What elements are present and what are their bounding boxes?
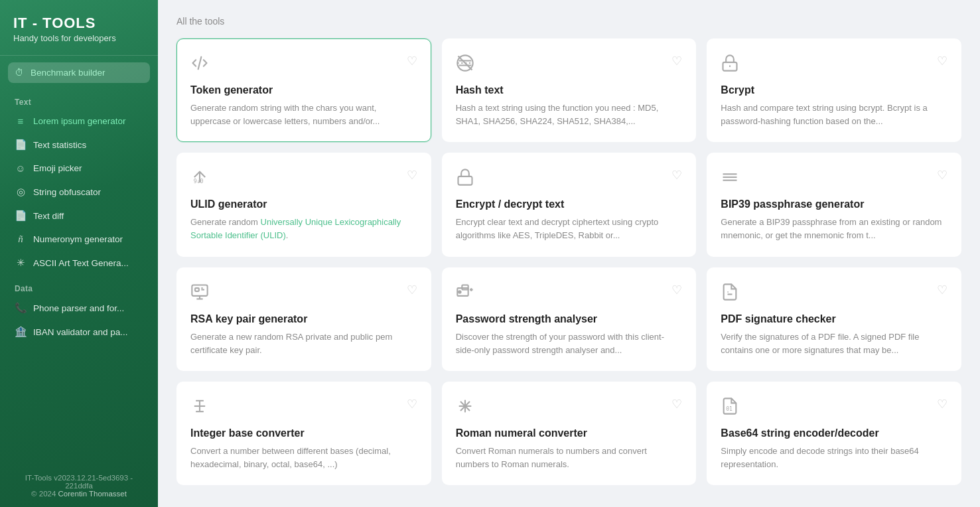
roman-name: Roman numeral converter — [456, 427, 683, 439]
sidebar-item-ascii-art[interactable]: ✳ ASCII Art Text Genera... — [0, 251, 158, 275]
phone-icon: 📞 — [15, 302, 27, 314]
integer-base-name: Integer base converter — [190, 427, 417, 439]
ulid-name: ULID generator — [190, 198, 417, 210]
favorite-token-generator[interactable]: ♡ — [407, 54, 417, 68]
card-top: ♡ — [456, 54, 683, 75]
benchmark-icon: ⏱ — [15, 68, 24, 78]
sidebar-item-text-diff[interactable]: 📄 Text diff — [0, 204, 158, 228]
bcrypt-name: Bcrypt — [721, 84, 947, 96]
roman-icon — [456, 397, 474, 418]
benchmark-label: Benchmark builder — [31, 68, 105, 78]
app-subtitle: Handy tools for developers — [13, 33, 145, 43]
favorite-ulid[interactable]: ♡ — [407, 168, 417, 182]
sidebar-item-text-statistics[interactable]: 📄 Text statistics — [0, 133, 158, 157]
favorite-pdf[interactable]: ♡ — [937, 283, 947, 297]
hash-text-name: Hash text — [456, 84, 683, 96]
section-text-label: Text — [0, 88, 158, 109]
text-stats-label: Text statistics — [33, 140, 86, 150]
tool-card-integer-base[interactable]: ♡ Integer base converter Convert a numbe… — [176, 382, 431, 485]
pdf-desc: Verify the signatures of a PDF file. A s… — [721, 330, 947, 357]
favorite-bcrypt[interactable]: ♡ — [937, 54, 947, 68]
favorite-bip39[interactable]: ♡ — [937, 168, 947, 182]
sidebar-item-lorem-ipsum[interactable]: ≡ Lorem ipsum generator — [0, 109, 158, 133]
sidebar-item-phone-parser[interactable]: 📞 Phone parser and for... — [0, 296, 158, 320]
sidebar-item-iban[interactable]: 🏦 IBAN validator and pa... — [0, 320, 158, 344]
tool-card-bip39[interactable]: ♡ BIP39 passphrase generator Generate a … — [707, 153, 961, 256]
card-top: ♡ — [456, 168, 683, 189]
bcrypt-desc: Hash and compare text string using bcryp… — [721, 102, 947, 128]
sidebar-item-emoji-picker[interactable]: ☺ Emoji picker — [0, 157, 158, 180]
ascii-label: ASCII Art Text Genera... — [33, 258, 129, 268]
card-top: ♡ — [456, 397, 683, 418]
tools-grid: ♡ Token generator Generate random string… — [176, 38, 961, 485]
emoji-icon: ☺ — [15, 163, 27, 174]
favorite-integer-base[interactable]: ♡ — [407, 397, 417, 411]
card-top: ♡ — [721, 54, 947, 75]
sidebar-item-string-obfuscator[interactable]: ◎ String obfuscator — [0, 180, 158, 204]
card-top: 01 ♡ — [721, 397, 947, 418]
token-generator-desc: Generate random string with the chars yo… — [190, 102, 417, 128]
tool-card-pdf[interactable]: ♡ PDF signature checker Verify the signa… — [707, 267, 961, 371]
tool-card-encrypt[interactable]: ♡ Encrypt / decrypt text Encrypt clear t… — [442, 153, 697, 256]
token-generator-name: Token generator — [190, 84, 417, 96]
tool-card-rsa[interactable]: ♡ RSA key pair generator Generate a new … — [176, 267, 431, 371]
ulid-desc: Generate random Universally Unique Lexic… — [190, 216, 417, 242]
roman-desc: Convert Roman numerals to numbers and co… — [456, 445, 683, 471]
encrypt-icon — [456, 168, 474, 189]
favorite-password[interactable]: ♡ — [671, 283, 682, 297]
tool-card-roman[interactable]: ♡ Roman numeral converter Convert Roman … — [442, 382, 697, 485]
svg-point-22 — [458, 291, 461, 293]
base64-name: Base64 string encoder/decoder — [721, 427, 947, 439]
tool-card-bcrypt[interactable]: ♡ Bcrypt Hash and compare text string us… — [707, 38, 961, 142]
password-name: Password strength analyser — [456, 313, 683, 325]
favorite-base64[interactable]: ♡ — [937, 397, 947, 411]
sidebar-footer: IT-Tools v2023.12.21-5ed3693 - 221ddfa ©… — [0, 463, 158, 507]
hash-text-icon — [456, 54, 474, 75]
encrypt-name: Encrypt / decrypt text — [456, 198, 683, 210]
favorite-roman[interactable]: ♡ — [671, 397, 682, 411]
favorite-encrypt[interactable]: ♡ — [671, 168, 682, 182]
bip39-name: BIP39 passphrase generator — [721, 198, 947, 210]
lorem-label: Lorem ipsum generator — [33, 116, 126, 126]
version-text: IT-Tools v2023.12.21-5ed3693 - 221ddfa — [13, 474, 145, 490]
card-top: ♡ — [721, 283, 947, 304]
obfuscator-icon: ◎ — [15, 186, 27, 198]
tool-card-base64[interactable]: 01 ♡ Base64 string encoder/decoder Simpl… — [707, 382, 961, 485]
hash-text-desc: Hash a text string using the function yo… — [456, 102, 683, 128]
card-top: ♡ — [721, 168, 947, 189]
favorite-rsa[interactable]: ♡ — [407, 283, 417, 297]
tool-card-hash-text[interactable]: ♡ Hash text Hash a text string using the… — [442, 38, 697, 142]
base64-icon: 01 — [721, 397, 739, 418]
card-top: ♡ — [190, 397, 417, 418]
iban-label: IBAN validator and pa... — [33, 327, 128, 337]
phone-label: Phone parser and for... — [33, 303, 124, 313]
ascii-icon: ✳ — [15, 257, 27, 269]
card-top: 9↓0 ♡ — [190, 168, 417, 189]
diff-label: Text diff — [33, 211, 64, 221]
copyright-text: © 2024 Corentin Thomasset — [13, 490, 145, 498]
card-top: ♡ — [190, 54, 417, 75]
sidebar-header: IT - TOOLS Handy tools for developers — [0, 0, 158, 56]
sidebar-item-benchmark[interactable]: ⏱ Benchmark builder — [8, 62, 150, 83]
sidebar: IT - TOOLS Handy tools for developers ⏱ … — [0, 0, 158, 507]
sidebar-item-numeronym[interactable]: ñ Numeronym generator — [0, 228, 158, 251]
pdf-icon — [721, 283, 739, 304]
main-content: All the tools ♡ Token generator Generate… — [158, 0, 980, 507]
rsa-desc: Generate a new random RSA private and pu… — [190, 330, 417, 357]
author-link[interactable]: Corentin Thomasset — [58, 490, 127, 498]
rsa-icon — [190, 283, 209, 304]
tool-card-token-generator[interactable]: ♡ Token generator Generate random string… — [176, 38, 431, 142]
rsa-name: RSA key pair generator — [190, 313, 417, 325]
token-generator-icon — [190, 54, 209, 75]
app-title: IT - TOOLS — [13, 15, 145, 32]
integer-base-icon — [190, 397, 209, 418]
lorem-icon: ≡ — [15, 115, 27, 127]
base64-desc: Simply encode and decode strings into th… — [721, 445, 947, 471]
favorite-hash-text[interactable]: ♡ — [671, 54, 682, 68]
card-top: ♡ — [190, 283, 417, 304]
bip39-icon — [721, 168, 739, 189]
integer-base-desc: Convert a number between different bases… — [190, 445, 417, 471]
svg-text:01: 01 — [726, 405, 733, 412]
tool-card-ulid[interactable]: 9↓0 ♡ ULID generator Generate random Uni… — [176, 153, 431, 256]
tool-card-password[interactable]: ♡ Password strength analyser Discover th… — [442, 267, 697, 371]
